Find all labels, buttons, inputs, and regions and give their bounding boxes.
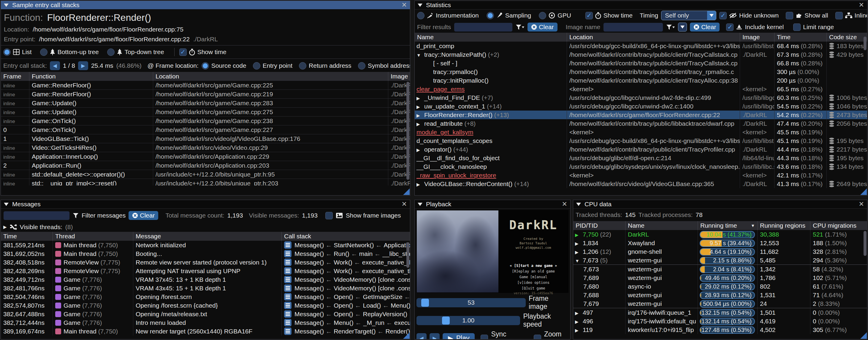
timing-dropdown[interactable]: Self only [661, 11, 716, 20]
callstack-entry[interactable]: __libc_start_call_ [382, 250, 410, 257]
cell-location[interactable]: /home/wolf/darkrl/contrib/tracy/public/l… [567, 119, 740, 128]
location-value[interactable]: /home/wolf/darkrl/src/game/floor/FloorRe… [33, 26, 183, 33]
cell-location[interactable]: /usr/src/debug/gcc-build/x86_64-pc-linux… [567, 136, 740, 145]
expander-icon[interactable]: ▶ [575, 239, 583, 247]
list-icon[interactable] [284, 293, 291, 301]
cell-location[interactable]: /home/wolf/darkrl/src/Application.cpp:22… [153, 152, 388, 161]
cell-location[interactable]: /home/wolf/darkrl/src/game/Game.cpp:219 [153, 90, 388, 98]
titlebar[interactable]: Sample entry call stacks ✕ [1, 1, 410, 9]
table-row[interactable]: 382,428,269nsRemoteView (7,775)Attemptin… [1, 266, 410, 275]
list-icon[interactable] [284, 310, 291, 318]
hide-unknown[interactable]: ✓Hide unknown [719, 12, 779, 19]
cell-location[interactable]: /home/wolf/darkrl/src/game/Game.cpp:227 [153, 125, 388, 134]
cell-function[interactable]: std::default_delete<>::operator()() [29, 170, 153, 179]
cell-location[interactable]: /home/wolf/darkrl/src/game/Game.cpp:238 [153, 116, 388, 125]
table-row[interactable]: 382,449,712nsGame (7,776)VRAM 37x45: 13 … [1, 275, 410, 284]
close-icon[interactable]: ✕ [859, 201, 864, 207]
table-row[interactable]: __GI__dl_find_dso_for_object/usr/src/deb… [415, 154, 867, 162]
hide-unknown-checkbox[interactable]: ✓ [719, 12, 727, 19]
column-header[interactable]: Location [153, 72, 388, 81]
callstack-entry[interactable]: Work() [334, 259, 352, 266]
callstack-entry[interactable]: Load() [363, 302, 381, 309]
cell-call-stack[interactable]: Message()←VideoMemory() [clone .constpro… [281, 284, 410, 292]
list-icon[interactable] [284, 250, 291, 257]
table-row[interactable]: inlineApplication::InnerLoop()/home/wolf… [1, 152, 410, 161]
scrollbar-thumb[interactable] [864, 36, 867, 50]
table-row[interactable]: inlinestd::default_delete<>::operator()(… [1, 170, 410, 179]
cell-location[interactable]: /home/wolf/darkrl/src/Application.cpp:20… [153, 161, 388, 170]
table-row[interactable]: inlineGame::Update()/home/wolf/darkrl/sr… [1, 99, 410, 108]
collapse-icon[interactable] [4, 4, 9, 7]
cell-call-stack[interactable]: Message()←Menu()←_M_run←execute_nat [281, 318, 410, 327]
table-row[interactable]: inlinestd::__uniq_ptr_impl<>::reset()/us… [1, 179, 410, 186]
table-row[interactable]: 7,673wezterm-gui2.04 s (8.41%)1,34258 (4… [573, 264, 867, 274]
table-row[interactable]: ▶1,206 (12)gnome-shell4.64 s (19.10%)11,… [573, 247, 867, 256]
cell-function[interactable]: Application::Run() [29, 161, 153, 170]
table-row[interactable]: 382,481,766nsGame (7,776)VRAM 43x45: 15 … [1, 284, 410, 292]
callstack-entry[interactable]: Message() [294, 276, 324, 283]
table-row[interactable]: _raw_spin_unlock_irqrestore<kernel><kern… [415, 171, 867, 179]
cell-location[interactable]: <kernel> [567, 128, 740, 136]
cell-location[interactable]: /home/wolf/darkrl/src/game/Game.cpp:225 [153, 81, 388, 89]
cell-location[interactable]: /home/wolf/darkrl/src/game/Game.cpp:275 [153, 108, 388, 116]
table-row[interactable]: ▼tracy::NormalizePath() (+2)/home/wolf/d… [415, 50, 867, 59]
callstack-entry[interactable]: main [359, 250, 373, 257]
cell-name[interactable]: ▶operator() (+44) [415, 145, 567, 154]
callstack-entry[interactable]: Menu() [391, 302, 410, 309]
cell-name[interactable]: module_get_kallsym [415, 128, 567, 136]
cell-function[interactable]: std::__uniq_ptr_impl<>::reset() [29, 179, 153, 186]
cell-location[interactable]: /usr/src/debug/glibc/sysdeps/unix/sysv/l… [567, 162, 740, 171]
frame-location-source-code[interactable]: Source code [202, 62, 246, 69]
expander-icon[interactable]: ▼ [416, 51, 424, 59]
radio-button[interactable] [487, 12, 494, 19]
cell-location[interactable]: /home/wolf/darkrl/contrib/tracy/public/c… [567, 59, 740, 67]
entry-point-value[interactable]: /home/wolf/darkrl/src/game/floor/FloorRe… [39, 36, 190, 43]
image-name-input[interactable] [603, 23, 663, 32]
cell-name[interactable]: __GI___clock_nanosleep [415, 162, 567, 171]
radio-button[interactable] [539, 12, 546, 19]
cell-function[interactable]: Game::OnTick() [29, 125, 153, 134]
cell-message[interactable]: Attempting NAT traversal using UPNP [133, 266, 281, 275]
column-header[interactable]: Function [29, 72, 153, 81]
mode-gpu[interactable]: GPU [539, 12, 571, 19]
view-mode-bottom-up-tree[interactable]: Bottom-up tree [40, 49, 99, 56]
zoom-2x-checkbox[interactable] [534, 335, 541, 340]
callstack-entry[interactable]: Menu() [334, 319, 353, 326]
table-row[interactable]: ▶VideoGLBase::RenderContent() (+14)/home… [415, 179, 867, 188]
cell-name[interactable]: d_print_comp [415, 41, 567, 50]
show-time-checkbox[interactable]: ✓ [179, 49, 187, 56]
expander-icon[interactable]: ▼ [575, 256, 583, 264]
collapse-icon[interactable] [418, 4, 423, 7]
callstack-entry[interactable]: Message() [294, 328, 324, 335]
cell-location[interactable]: /home/wolf/darkrl/src/video/Video.cpp:29 [153, 143, 388, 152]
column-header[interactable]: PID/TID [573, 221, 625, 230]
column-header[interactable]: Running time ▼ [698, 221, 757, 230]
prev-stack-button[interactable]: ◀ [50, 61, 60, 70]
cell-location[interactable]: <kernel> [567, 171, 740, 179]
show-all-checkbox[interactable] [786, 12, 793, 19]
expander-icon[interactable]: ▶ [575, 326, 583, 334]
table-row[interactable]: ▶read_attribute (+8)/home/wolf/darkrl/co… [415, 119, 867, 128]
cell-function[interactable]: Game::Update() [29, 99, 153, 107]
close-icon[interactable]: ✕ [859, 2, 864, 8]
cell-name[interactable]: ▼tracy::NormalizePath() (+2) [415, 50, 567, 59]
cell-call-stack[interactable]: Message()←Run()←main←__libc_start_call_ [281, 249, 410, 258]
column-header[interactable]: Code size [827, 33, 867, 41]
scrollbar-thumb[interactable] [406, 242, 409, 268]
cell-name[interactable]: kworker/u17:0+i915_flip [625, 325, 698, 334]
cell-function[interactable]: Game::RenderFloor() [29, 81, 153, 89]
table-row[interactable]: 0Game::OnTick()/home/wolf/darkrl/src/gam… [1, 125, 410, 134]
cell-call-stack[interactable]: Message()←Work()←execute_native_thread_r [281, 266, 410, 275]
cell-message[interactable]: Booting... [133, 249, 281, 258]
image-dropdown-button[interactable] [678, 23, 687, 31]
cell-location[interactable]: /usr/include/c++/12.2.0/bits/unique_ptr.… [153, 179, 388, 186]
inlines[interactable]: Inlines [835, 12, 867, 19]
table-row[interactable]: ▶uw_update_context_1 (+14)/usr/src/debug… [415, 102, 867, 111]
show-time-checkbox[interactable]: ✓ [585, 12, 593, 19]
cell-name[interactable]: gnome-shell [625, 247, 698, 256]
table-row[interactable]: 382,574,807nsGame (7,776)Opening /forest… [1, 301, 410, 310]
clear-image-filter-button[interactable]: Clear [690, 23, 720, 31]
table-row[interactable]: clear_page_erms<kernel><kernel>66.5 ms (… [415, 85, 867, 93]
callstack-entry[interactable]: Run() [334, 250, 349, 257]
playback-speed-slider[interactable]: 1.00 [416, 316, 520, 325]
